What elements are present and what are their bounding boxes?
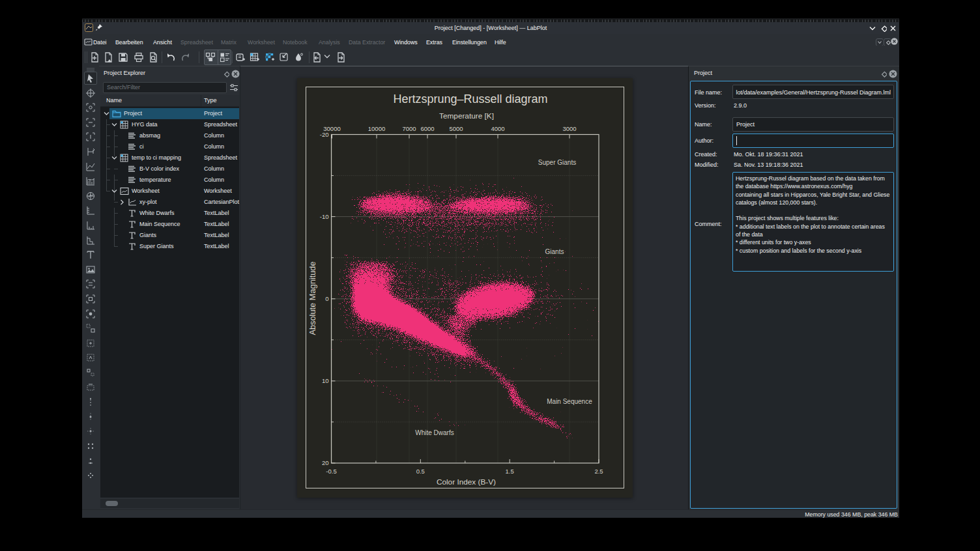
svg-text:0: 0 bbox=[325, 295, 328, 302]
svg-text:Giants: Giants bbox=[545, 248, 564, 255]
svg-text:Super Giants: Super Giants bbox=[538, 159, 576, 166]
svg-text:3000: 3000 bbox=[562, 125, 576, 132]
svg-text:6000: 6000 bbox=[420, 125, 434, 132]
svg-text:4000: 4000 bbox=[491, 125, 504, 132]
svg-text:Hertzsprung–Russell diagram: Hertzsprung–Russell diagram bbox=[393, 92, 547, 106]
svg-text:2.5: 2.5 bbox=[594, 468, 603, 475]
svg-text:-20: -20 bbox=[320, 131, 329, 138]
svg-text:Temperature [K]: Temperature [K] bbox=[439, 111, 494, 120]
svg-text:-0.5: -0.5 bbox=[326, 468, 336, 475]
svg-text:10000: 10000 bbox=[368, 125, 385, 132]
svg-text:5000: 5000 bbox=[449, 125, 463, 132]
svg-text:-10: -10 bbox=[320, 213, 329, 220]
svg-text:0.5: 0.5 bbox=[416, 468, 425, 475]
svg-text:7000: 7000 bbox=[402, 125, 416, 132]
svg-text:1.5: 1.5 bbox=[506, 468, 514, 475]
svg-text:10: 10 bbox=[322, 377, 329, 384]
svg-text:White Dwarfs: White Dwarfs bbox=[415, 429, 454, 436]
svg-text:Main Sequence: Main Sequence bbox=[547, 398, 592, 405]
svg-text:Color Index (B-V): Color Index (B-V) bbox=[437, 477, 496, 487]
svg-text:Absolute Magnitude: Absolute Magnitude bbox=[308, 261, 317, 335]
svg-text:20: 20 bbox=[322, 459, 329, 466]
